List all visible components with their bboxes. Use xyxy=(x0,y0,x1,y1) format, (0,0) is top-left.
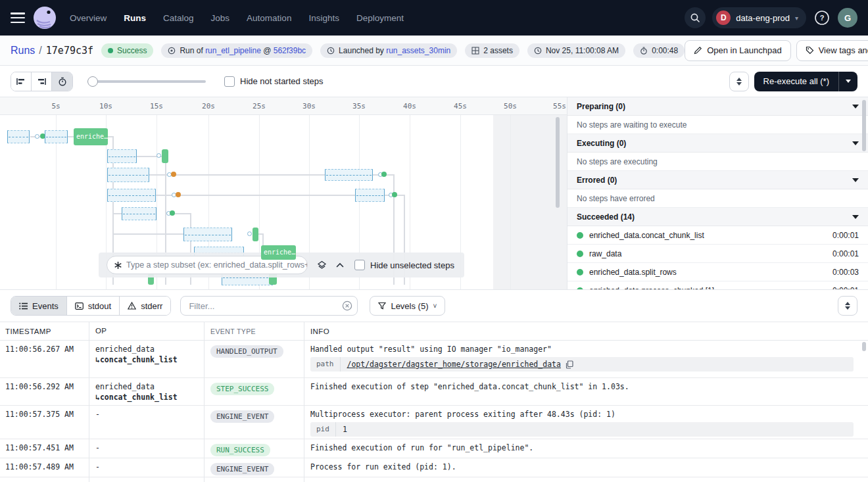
axis-tick: 30s xyxy=(302,102,316,110)
user-avatar[interactable]: G xyxy=(838,8,857,28)
section-succeeded[interactable]: Succeeded (14) xyxy=(567,208,868,226)
succeeded-step-item[interactable]: enriched_data.split_rows 0:00:03 xyxy=(567,263,868,281)
grid-icon xyxy=(471,47,479,55)
gantt-open-marker xyxy=(35,134,39,139)
help-button[interactable]: ? xyxy=(813,9,831,27)
caret-up-icon xyxy=(736,78,742,81)
events-expand-button[interactable] xyxy=(838,296,857,316)
gantt-waiting-box[interactable] xyxy=(107,168,149,182)
gantt-step-marker xyxy=(170,210,175,216)
nav-deployment[interactable]: Deployment xyxy=(356,13,404,23)
section-preparing[interactable]: Preparing (0) xyxy=(567,97,868,116)
gantt-scrollbar[interactable] xyxy=(556,117,560,208)
search-button[interactable] xyxy=(685,7,706,28)
events-scrollbar[interactable] xyxy=(862,342,866,351)
nav-overview[interactable]: Overview xyxy=(70,13,107,23)
nav-catalog[interactable]: Catalog xyxy=(163,13,194,23)
open-in-launchpad-button[interactable]: Open in Launchpad xyxy=(685,40,790,61)
event-info-text: Handled output "result" using IO manager… xyxy=(310,345,861,354)
levels-dropdown-button[interactable]: Levels (5) ˅ xyxy=(370,296,445,316)
event-info-text: Finished execution of run for "run_etl_p… xyxy=(310,443,861,452)
gantt-waiting-box[interactable] xyxy=(45,130,68,143)
timed-mode-button[interactable] xyxy=(52,72,72,91)
section-errored[interactable]: Errored (0) xyxy=(567,171,868,189)
event-row[interactable]: 11:00:57.375 AM - ENGINE_EVENT Multiproc… xyxy=(0,406,868,439)
succeeded-step-item[interactable]: enriched_data.concat_chunk_list 0:00:01 xyxy=(567,226,868,245)
caret-down-icon xyxy=(852,105,859,108)
layers-button[interactable] xyxy=(317,260,327,270)
copy-icon[interactable] xyxy=(566,360,573,369)
connector-line xyxy=(112,213,122,214)
gantt-waiting-box[interactable] xyxy=(7,130,30,143)
section-message: No steps have errored xyxy=(567,189,868,208)
panel-scrollbar[interactable] xyxy=(862,100,866,151)
commit-link[interactable]: 562f39bc xyxy=(274,46,306,55)
axis-tick: 50s xyxy=(504,102,517,110)
waterfall-mode-button[interactable] xyxy=(32,72,52,91)
section-executing[interactable]: Executing (0) xyxy=(567,134,868,153)
gantt-waiting-box[interactable] xyxy=(107,149,137,163)
event-row[interactable]: 11:00:57.489 AM - ENGINE_EVENT Process f… xyxy=(0,458,868,477)
event-type-badge: HANDLED_OUTPUT xyxy=(210,345,283,358)
gantt-waiting-box[interactable] xyxy=(107,189,156,202)
storage-path-link[interactable]: /opt/dagster/dagster_home/storage/enrich… xyxy=(347,360,561,369)
tab-stdout[interactable]: stdout xyxy=(67,297,120,315)
pipeline-link[interactable]: run_etl_pipeline xyxy=(205,46,261,55)
nav-automation[interactable]: Automation xyxy=(247,13,291,23)
gantt-zoom-slider[interactable] xyxy=(87,76,206,87)
nav-jobs[interactable]: Jobs xyxy=(211,13,230,23)
event-row[interactable]: 11:00:56.292 AM enriched_data↳concat_chu… xyxy=(0,378,868,406)
collapse-overlay-button[interactable] xyxy=(336,262,344,268)
gantt-step-bar[interactable] xyxy=(253,228,258,241)
gantt-step-bar[interactable] xyxy=(162,149,168,163)
nav-runs[interactable]: Runs xyxy=(124,13,146,23)
workspace-avatar: D xyxy=(716,11,731,25)
nav-insights[interactable]: Insights xyxy=(308,13,339,23)
schedule-link[interactable]: run_assets_30min xyxy=(386,46,450,55)
column-divider xyxy=(204,322,205,482)
caret-down-icon xyxy=(845,306,850,310)
connector-line xyxy=(174,213,191,214)
axis-tick: 40s xyxy=(403,102,416,110)
dagster-logo-icon[interactable] xyxy=(33,6,57,30)
gantt-chart[interactable]: 5s 10s 15s 20s 25s 30s 35s 40s 45s 50s 5… xyxy=(0,97,567,290)
step-subset-input[interactable] xyxy=(126,260,307,270)
warning-triangle-icon xyxy=(128,302,136,310)
hamburger-menu-icon[interactable] xyxy=(11,12,25,23)
workspace-switcher[interactable]: D data-eng-prod ▾ xyxy=(712,7,806,28)
reexecute-all-button[interactable]: Re-execute all (*) xyxy=(754,76,838,86)
flatten-left-mode-button[interactable] xyxy=(11,72,32,91)
gantt-step-bar[interactable]: enriche… xyxy=(74,128,108,145)
caret-down-icon xyxy=(846,80,851,83)
event-row[interactable]: 11:00:57.451 AM - RUN_SUCCESS Finished e… xyxy=(0,439,868,458)
event-info-text: Process for run exited (pid: 1). xyxy=(310,462,861,471)
reexecute-split-button: Re-execute all (*) xyxy=(754,72,857,91)
succeeded-step-item[interactable]: raw_data 0:00:01 xyxy=(567,245,868,263)
hide-not-started-checkbox[interactable] xyxy=(224,76,235,87)
gantt-waiting-box[interactable] xyxy=(122,207,157,220)
tab-stderr[interactable]: stderr xyxy=(120,297,170,315)
slider-knob[interactable] xyxy=(87,76,98,87)
assets-tag: 2 assets xyxy=(465,43,519,58)
hide-not-started-label: Hide not started steps xyxy=(240,76,323,86)
succeeded-step-item[interactable]: enriched_data.process_chunked [1] 0:00:0… xyxy=(567,281,868,290)
filter-input[interactable] xyxy=(180,296,358,316)
view-tags-config-button[interactable]: View tags and config xyxy=(796,40,868,61)
gantt-waiting-box[interactable] xyxy=(183,228,232,241)
svg-text:?: ? xyxy=(820,14,825,22)
reexecute-dropdown-button[interactable] xyxy=(838,72,857,91)
gantt-open-marker xyxy=(247,231,252,236)
event-row[interactable]: 11:00:56.267 AM enriched_data↳concat_chu… xyxy=(0,341,868,378)
axis-tick: 5s xyxy=(51,102,60,110)
run-id: 17e79c3f xyxy=(46,45,93,57)
breadcrumb-runs-link[interactable]: Runs xyxy=(11,45,35,57)
duration-tag: 0:00:48 xyxy=(633,43,685,58)
tab-events[interactable]: Events xyxy=(11,297,67,315)
hide-unselected-checkbox[interactable] xyxy=(354,260,365,270)
clear-filter-button[interactable] xyxy=(342,301,352,314)
gantt-step-bar[interactable]: enriche… xyxy=(261,245,296,260)
gantt-expand-button[interactable] xyxy=(729,72,749,91)
align-right-icon xyxy=(37,78,46,85)
gantt-waiting-box[interactable] xyxy=(325,169,373,181)
gantt-waiting-box[interactable] xyxy=(355,189,385,202)
